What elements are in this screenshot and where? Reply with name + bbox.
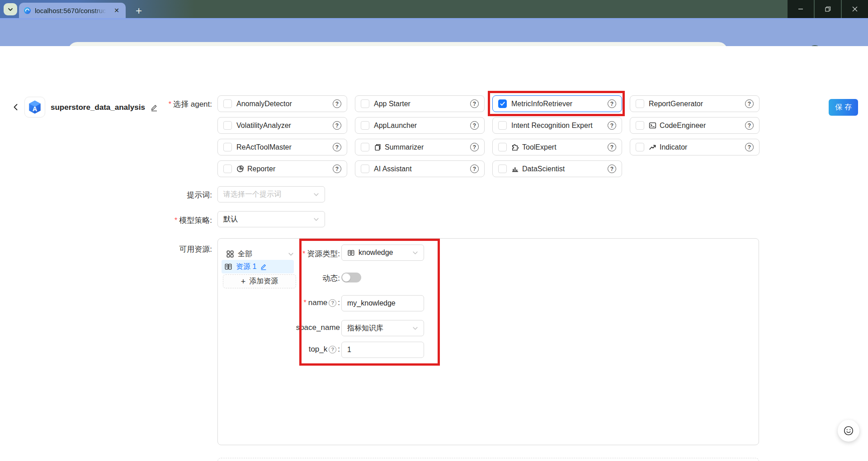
agent-card-indicator[interactable]: Indicator ? xyxy=(630,139,760,155)
chevron-down-icon xyxy=(313,192,319,198)
agent-label: Indicator xyxy=(660,143,687,151)
resources-field-label: 可用资源: xyxy=(179,244,212,254)
agent-checkbox[interactable] xyxy=(636,99,644,108)
help-icon[interactable]: ? xyxy=(333,121,341,130)
agent-label: ToolExpert xyxy=(522,143,557,151)
agent-checkbox[interactable] xyxy=(223,121,232,130)
page-back-button[interactable] xyxy=(10,101,22,113)
prompt-select[interactable]: 请选择一个提示词 xyxy=(217,186,325,202)
chevron-down-icon[interactable] xyxy=(288,251,294,257)
pie-chart-icon xyxy=(236,165,244,173)
help-icon[interactable]: ? xyxy=(745,143,754,151)
bar-chart-icon xyxy=(511,165,519,173)
agent-checkbox[interactable] xyxy=(361,165,369,173)
agent-label: CodeEngineer xyxy=(660,122,706,130)
agent-card-app-starter[interactable]: App Starter ? xyxy=(355,95,485,112)
agent-checkbox[interactable] xyxy=(636,143,644,151)
annotation-box-resource-form xyxy=(299,239,440,366)
browser-tab[interactable]: localhost:5670/construct/app ✕ xyxy=(19,3,126,18)
agent-card-reacttoolmaster[interactable]: ReActToolMaster ? xyxy=(217,139,347,155)
save-button[interactable]: 保存 xyxy=(829,99,858,116)
model-strategy-value: 默认 xyxy=(223,215,238,224)
help-icon[interactable]: ? xyxy=(333,99,341,108)
resources-panel xyxy=(217,238,759,445)
agent-checkbox[interactable] xyxy=(636,121,644,130)
prompt-select-placeholder: 请选择一个提示词 xyxy=(223,190,281,199)
tab-title: localhost:5670/construct/app xyxy=(35,7,106,14)
add-resource-button[interactable]: + 添加资源 xyxy=(223,274,296,288)
agent-checkbox[interactable] xyxy=(361,121,369,130)
smiley-icon xyxy=(843,425,854,436)
agent-label: App Starter xyxy=(374,100,410,108)
agent-checkbox[interactable] xyxy=(498,165,507,173)
agent-checkbox[interactable] xyxy=(223,143,232,151)
app-logo: A xyxy=(24,97,45,118)
screen: localhost:5670/construct/app ✕ + localho… xyxy=(0,0,868,461)
close-icon[interactable] xyxy=(842,0,868,18)
agent-label: ReportGenerator xyxy=(649,100,703,108)
restore-icon[interactable] xyxy=(815,0,841,18)
page-title: superstore_data_analysis xyxy=(51,103,145,112)
agent-checkbox[interactable] xyxy=(498,143,507,151)
help-icon[interactable]: ? xyxy=(608,143,616,151)
resource-tree-item[interactable]: 资源 1 xyxy=(222,260,294,273)
agent-checkbox[interactable] xyxy=(223,99,232,108)
model-strategy-field-label: *模型策略: xyxy=(175,215,212,226)
tab-search-button[interactable] xyxy=(4,3,17,15)
agent-checkbox[interactable] xyxy=(498,121,507,130)
agent-label: ReActToolMaster xyxy=(236,143,292,151)
minimize-icon[interactable] xyxy=(788,0,814,18)
agent-label: DataScientist xyxy=(522,165,565,173)
agent-card-codeengineer[interactable]: CodeEngineer ? xyxy=(630,117,760,134)
agent-card-intent-recognition-expert[interactable]: Intent Recognition Expert ? xyxy=(492,117,622,134)
help-icon[interactable]: ? xyxy=(470,121,479,130)
plus-icon: + xyxy=(241,278,246,286)
agent-card-anomalydetector[interactable]: AnomalyDetector ? xyxy=(217,95,347,112)
agent-card-summarizer[interactable]: Summarizer ? xyxy=(355,139,485,155)
chevron-down-icon xyxy=(313,216,319,222)
trend-up-icon xyxy=(649,143,656,151)
help-icon[interactable]: ? xyxy=(745,121,754,130)
tab-close-icon[interactable]: ✕ xyxy=(112,6,121,15)
agent-card-volatilityanalyzer[interactable]: VolatilityAnalyzer ? xyxy=(217,117,347,134)
terminal-icon xyxy=(649,122,656,129)
help-icon[interactable]: ? xyxy=(470,143,479,151)
page-header: A superstore_data_analysis 保存 xyxy=(0,46,868,76)
new-tab-button[interactable]: + xyxy=(132,4,146,18)
next-section-panel xyxy=(217,458,759,461)
agent-checkbox[interactable] xyxy=(361,99,369,108)
agent-field-label: *选择 agent: xyxy=(169,99,212,109)
help-icon[interactable]: ? xyxy=(470,99,479,108)
svg-text:A: A xyxy=(33,105,38,113)
help-icon[interactable]: ? xyxy=(608,121,616,130)
agent-card-datascientist[interactable]: DataScientist ? xyxy=(492,160,622,177)
edit-resource-icon[interactable] xyxy=(260,263,267,270)
copy-document-icon xyxy=(374,143,382,151)
browser-titlebar: localhost:5670/construct/app ✕ + xyxy=(0,0,868,18)
help-icon[interactable]: ? xyxy=(470,165,479,173)
chevron-down-icon xyxy=(8,7,13,12)
agent-label: AI Assistant xyxy=(374,165,412,173)
help-icon[interactable]: ? xyxy=(608,165,616,173)
help-icon[interactable]: ? xyxy=(333,165,341,173)
agent-checkbox[interactable] xyxy=(223,165,232,173)
browser-toolbar: localhost:5670/construct/app/extra en xyxy=(0,18,868,46)
grid-icon xyxy=(226,250,234,258)
agent-card-ai-assistant[interactable]: AI Assistant ? xyxy=(355,160,485,177)
resource-tree-all[interactable]: 全部 xyxy=(226,248,294,260)
puzzle-icon xyxy=(511,143,519,151)
agent-card-applauncher[interactable]: AppLauncher ? xyxy=(355,117,485,134)
agent-card-toolexpert[interactable]: ToolExpert ? xyxy=(492,139,622,155)
book-icon xyxy=(224,263,232,271)
edit-title-icon[interactable] xyxy=(150,103,158,112)
agent-card-reportgenerator[interactable]: ReportGenerator ? xyxy=(630,95,760,112)
help-icon[interactable]: ? xyxy=(745,99,754,108)
agent-label: VolatilityAnalyzer xyxy=(236,122,291,130)
model-strategy-select[interactable]: 默认 xyxy=(217,211,325,227)
help-icon[interactable]: ? xyxy=(333,143,341,151)
favicon-icon xyxy=(24,7,31,14)
agent-card-reporter[interactable]: Reporter ? xyxy=(217,160,347,177)
prompt-field-label: 提示词: xyxy=(187,190,212,200)
agent-checkbox[interactable] xyxy=(361,143,369,151)
feedback-button[interactable] xyxy=(838,420,859,442)
